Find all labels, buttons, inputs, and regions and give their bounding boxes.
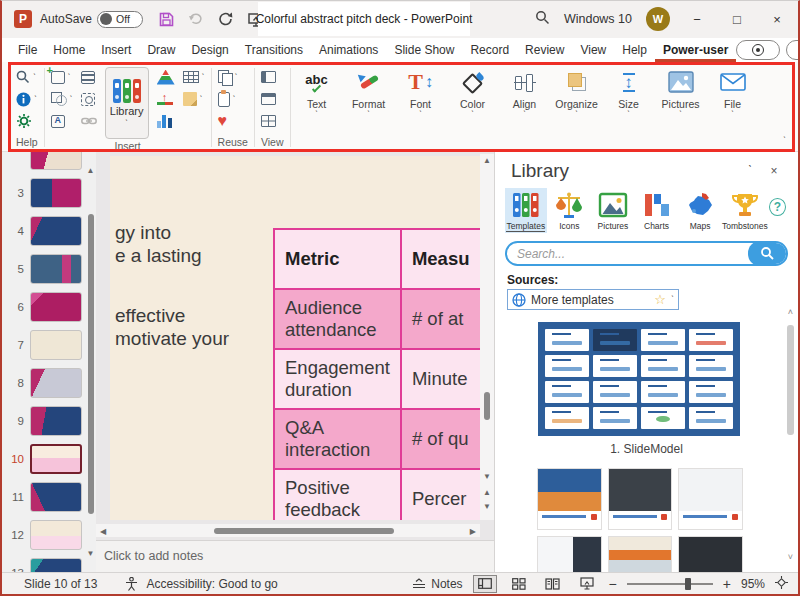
slide-thumbnail[interactable]	[30, 558, 82, 572]
slide-thumbnail[interactable]	[30, 368, 82, 398]
table-header-cell[interactable]: Measu	[401, 229, 480, 289]
table-cell[interactable]: # of at	[401, 289, 480, 349]
align-button[interactable]: Align ˋ	[499, 66, 551, 151]
tab-home[interactable]: Home	[45, 39, 93, 62]
library-tab-tombstones[interactable]: Tombstones	[723, 188, 767, 232]
slideshow-view-button[interactable]	[575, 575, 599, 593]
zoom-in-button[interactable]: +	[723, 576, 731, 592]
size-button[interactable]: ↕ Size ˋ	[603, 66, 655, 151]
slide-thumbnail-13[interactable]: 13	[0, 554, 96, 572]
scroll-down-icon[interactable]: ▼	[86, 549, 95, 558]
library-search-box[interactable]: Search...	[505, 241, 788, 266]
reading-view-button[interactable]	[541, 575, 565, 593]
search-commands-button[interactable]: ˋ	[16, 69, 37, 85]
redo-icon[interactable]	[217, 10, 235, 28]
avatar[interactable]: W	[646, 7, 670, 31]
next-slide-icon[interactable]: ▼	[480, 502, 494, 511]
settings-button[interactable]	[16, 113, 37, 129]
scroll-right-icon[interactable]: ▶	[470, 527, 476, 536]
zoom-out-button[interactable]: −	[609, 576, 617, 592]
template-set-caption[interactable]: 1. SlideModel	[495, 442, 798, 456]
slide-thumbnail[interactable]	[30, 216, 82, 246]
table-cell[interactable]: Positive feedback	[274, 469, 401, 520]
undo-icon[interactable]	[187, 10, 205, 28]
panel-close-icon[interactable]: ×	[762, 164, 786, 178]
slide-thumbnail[interactable]	[30, 330, 82, 360]
record-button[interactable]	[736, 40, 780, 60]
table-cell[interactable]: Q&A interaction	[274, 409, 401, 469]
slide-thumbnail-4[interactable]: 4	[0, 212, 96, 250]
insert-pyramid-button[interactable]	[157, 69, 175, 85]
color-button[interactable]: Color ˋ	[447, 66, 499, 151]
font-button[interactable]: ↕ Font ˋ	[395, 66, 447, 151]
table-cell[interactable]: Minute	[401, 349, 480, 409]
slide-thumbnail-10-selected[interactable]: 10	[0, 440, 96, 478]
table-cell[interactable]: Audience attendance	[274, 289, 401, 349]
insert-note-button[interactable]: ˋ	[183, 91, 205, 107]
tab-transitions[interactable]: Transitions	[237, 39, 311, 62]
slide-thumbnail[interactable]	[30, 254, 82, 284]
slide-canvas[interactable]: gy into e a lasting effective motivate y…	[110, 156, 480, 520]
teams-share-button[interactable]	[786, 40, 800, 60]
template-card[interactable]	[678, 536, 743, 572]
tab-power-user[interactable]: Power-user	[655, 39, 736, 62]
slide-thumbnail-8[interactable]: 8	[0, 364, 96, 402]
insert-table-button[interactable]: ˋ	[183, 69, 205, 85]
accessibility-status[interactable]: Accessibility: Good to go	[146, 577, 277, 591]
account-label[interactable]: Windows 10	[564, 12, 632, 26]
tab-review[interactable]: Review	[517, 39, 572, 62]
notes-placeholder[interactable]: Click to add notes	[96, 541, 494, 563]
panel-options-chevron-icon[interactable]: ˋ	[738, 164, 762, 178]
insert-divider-button[interactable]: ↑	[157, 91, 175, 107]
library-help-icon[interactable]: ?	[769, 198, 786, 216]
tab-draw[interactable]: Draw	[139, 39, 183, 62]
tab-design[interactable]: Design	[183, 39, 236, 62]
insert-shapes-button[interactable]: ˋ	[51, 91, 73, 107]
zoom-slider-thumb[interactable]	[685, 578, 691, 590]
screenshot-button[interactable]	[81, 91, 97, 107]
slide-thumbnail-3[interactable]: 3	[0, 174, 96, 212]
autosave-toggle[interactable]: Off	[97, 11, 143, 28]
tab-animations[interactable]: Animations	[311, 39, 386, 62]
scroll-down-icon[interactable]: ▼	[480, 472, 494, 481]
autosave-control[interactable]: AutoSave Off	[40, 11, 143, 28]
insert-link-button[interactable]	[81, 113, 97, 129]
scrollbar-thumb[interactable]	[88, 214, 94, 514]
table-cell[interactable]: Engagement duration	[274, 349, 401, 409]
template-card[interactable]	[537, 468, 602, 530]
table-header-cell[interactable]: Metric	[274, 229, 401, 289]
tab-help[interactable]: Help	[614, 39, 655, 62]
grid-view-button[interactable]	[261, 113, 276, 129]
slide-thumbnail-9[interactable]: 9	[0, 402, 96, 440]
file-button[interactable]: File ˋ	[707, 66, 759, 151]
tab-slide-show[interactable]: Slide Show	[386, 39, 462, 62]
favorites-button[interactable]: ♥	[218, 113, 238, 129]
info-button[interactable]: ˋ	[16, 91, 37, 107]
scrollbar-thumb[interactable]	[214, 528, 394, 534]
slide-thumbnail[interactable]	[30, 444, 82, 474]
scrollbar-thumb[interactable]	[484, 392, 490, 420]
format-button[interactable]: Format ˋ	[343, 66, 395, 151]
sources-dropdown[interactable]: More templates ☆ ˋ	[507, 289, 679, 310]
library-tab-pictures[interactable]: Pictures	[592, 188, 634, 232]
normal-view-button[interactable]	[261, 69, 276, 85]
template-card[interactable]	[608, 536, 673, 572]
template-card[interactable]	[678, 468, 743, 530]
slide-sorter-view-button[interactable]	[507, 575, 531, 593]
scroll-left-icon[interactable]: ◀	[100, 527, 106, 536]
metrics-table[interactable]: Metric Measu Audience attendance # of at…	[273, 228, 480, 520]
powerpoint-logo-icon[interactable]	[14, 10, 32, 28]
previous-slide-icon[interactable]: ▲	[480, 488, 494, 497]
slide-panel-scrollbar[interactable]: ▲ ▼	[86, 166, 95, 558]
scroll-up-icon[interactable]: ▲	[86, 166, 95, 175]
zoom-level[interactable]: 95%	[741, 577, 765, 591]
pictures-button[interactable]: Pictures ˋ	[655, 66, 707, 151]
slide-thumbnail-11[interactable]: 11	[0, 478, 96, 516]
search-submit-button[interactable]	[748, 241, 786, 266]
tab-file[interactable]: File	[10, 39, 45, 62]
scrollbar-thumb[interactable]	[787, 325, 794, 435]
tab-view[interactable]: View	[572, 39, 614, 62]
slide-indicator[interactable]: Slide 10 of 13	[24, 577, 97, 591]
favorite-star-icon[interactable]: ☆	[654, 292, 666, 307]
scroll-up-icon[interactable]: ▲	[480, 156, 494, 165]
